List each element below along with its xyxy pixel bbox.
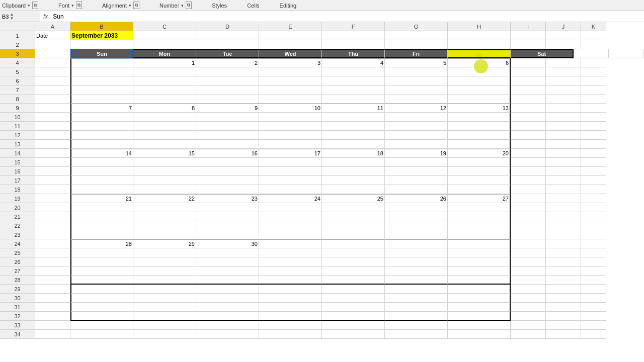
cell-A25[interactable]	[35, 248, 70, 257]
cell-F14[interactable]: 18	[322, 149, 385, 158]
cell-I24[interactable]	[511, 239, 546, 248]
cell-K19[interactable]	[581, 194, 606, 203]
cell-E8[interactable]	[259, 95, 322, 104]
cell-F17[interactable]	[322, 176, 385, 185]
cell-E15[interactable]	[259, 158, 322, 167]
cell-A17[interactable]	[35, 176, 70, 185]
cell-J10[interactable]	[546, 113, 581, 122]
row-num-7[interactable]: 7	[0, 85, 35, 95]
cell-A13[interactable]	[35, 140, 70, 149]
cell-H23[interactable]	[448, 230, 511, 239]
cell-J30[interactable]	[546, 294, 581, 303]
alignment-expand[interactable]: ⧉	[133, 2, 139, 9]
cell-G21[interactable]	[385, 212, 448, 221]
cell-C6[interactable]	[133, 76, 196, 85]
cell-E30[interactable]	[259, 294, 322, 303]
cell-E21[interactable]	[259, 212, 322, 221]
row-num-14[interactable]: 14	[0, 149, 35, 158]
cell-H3-sat[interactable]: Sat	[511, 49, 574, 58]
cell-F16[interactable]	[322, 167, 385, 176]
formula-input[interactable]	[51, 13, 644, 20]
cell-H32[interactable]	[448, 312, 511, 321]
cell-C23[interactable]	[133, 230, 196, 239]
cell-E20[interactable]	[259, 203, 322, 212]
cell-F22[interactable]	[322, 221, 385, 230]
cell-J25[interactable]	[546, 248, 581, 257]
cell-G30[interactable]	[385, 294, 448, 303]
cell-B33[interactable]	[70, 321, 133, 330]
cell-A9[interactable]	[35, 104, 70, 113]
cell-B9[interactable]: 7	[70, 104, 133, 113]
cell-G12[interactable]	[385, 131, 448, 140]
cell-D15[interactable]	[196, 158, 259, 167]
cell-K21[interactable]	[581, 212, 606, 221]
row-num-17[interactable]: 17	[0, 176, 35, 185]
cell-A8[interactable]	[35, 95, 70, 104]
cell-D12[interactable]	[196, 131, 259, 140]
cell-K22[interactable]	[581, 221, 606, 230]
cell-A27[interactable]	[35, 266, 70, 276]
col-header-A[interactable]: A	[35, 22, 70, 31]
cell-D6[interactable]	[196, 76, 259, 85]
cell-F4[interactable]: 4	[322, 58, 385, 67]
cell-G7[interactable]	[385, 85, 448, 95]
cell-D31[interactable]	[196, 303, 259, 312]
cell-F24[interactable]	[322, 239, 385, 248]
cell-H14[interactable]: 20	[448, 149, 511, 158]
cell-D11[interactable]	[196, 122, 259, 131]
cell-B34[interactable]	[70, 330, 133, 339]
cell-C20[interactable]	[133, 203, 196, 212]
cell-B24[interactable]: 28	[70, 239, 133, 248]
cell-F19[interactable]: 25	[322, 194, 385, 203]
cell-I4[interactable]	[511, 58, 546, 67]
cell-F8[interactable]	[322, 95, 385, 104]
row-num-5[interactable]: 5	[0, 67, 35, 76]
cell-A15[interactable]	[35, 158, 70, 167]
cell-A4[interactable]	[35, 58, 70, 67]
cell-A10[interactable]	[35, 113, 70, 122]
cell-E34[interactable]	[259, 330, 322, 339]
cell-B19[interactable]: 21	[70, 194, 133, 203]
cell-J17[interactable]	[546, 176, 581, 185]
cell-G15[interactable]	[385, 158, 448, 167]
cell-G1[interactable]	[385, 31, 448, 40]
cell-H27[interactable]	[448, 266, 511, 276]
row-num-25[interactable]: 25	[0, 248, 35, 257]
cell-D5[interactable]	[196, 67, 259, 76]
cell-H1[interactable]	[448, 31, 511, 40]
cell-J3[interactable]	[609, 49, 644, 58]
cell-I15[interactable]	[511, 158, 546, 167]
cell-C16[interactable]	[133, 167, 196, 176]
cell-B5[interactable]	[70, 67, 133, 76]
row-num-32[interactable]: 32	[0, 312, 35, 321]
cell-H25[interactable]	[448, 248, 511, 257]
cell-H28[interactable]	[448, 276, 511, 285]
row-num-28[interactable]: 28	[0, 276, 35, 285]
cell-D7[interactable]	[196, 85, 259, 95]
cell-F27[interactable]	[322, 266, 385, 276]
cell-K34[interactable]	[581, 330, 606, 339]
cell-J23[interactable]	[546, 230, 581, 239]
cell-D27[interactable]	[196, 266, 259, 276]
cell-E32[interactable]	[259, 312, 322, 321]
cell-J9[interactable]	[546, 104, 581, 113]
cell-K16[interactable]	[581, 167, 606, 176]
font-arrow[interactable]: ▾	[71, 3, 74, 8]
cell-D17[interactable]	[196, 176, 259, 185]
cell-B31[interactable]	[70, 303, 133, 312]
cell-D23[interactable]	[196, 230, 259, 239]
cell-H9[interactable]: 13	[448, 104, 511, 113]
ribbon-clipboard[interactable]: Clipboard ▾ ⧉	[2, 2, 38, 9]
cell-I1[interactable]	[511, 31, 546, 40]
cell-J11[interactable]	[546, 122, 581, 131]
cell-I21[interactable]	[511, 212, 546, 221]
cell-F26[interactable]	[322, 257, 385, 266]
cell-A28[interactable]	[35, 276, 70, 285]
cell-J12[interactable]	[546, 131, 581, 140]
cell-H17[interactable]	[448, 176, 511, 185]
cell-F32[interactable]	[322, 312, 385, 321]
cell-F31[interactable]	[322, 303, 385, 312]
cell-G22[interactable]	[385, 221, 448, 230]
cell-B28[interactable]	[70, 276, 133, 285]
cell-J8[interactable]	[546, 95, 581, 104]
